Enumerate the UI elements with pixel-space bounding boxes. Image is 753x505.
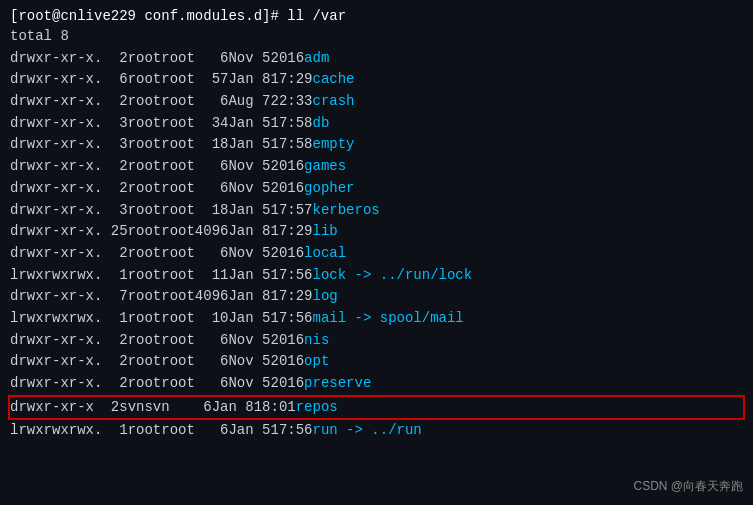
file-name: opt <box>304 351 329 373</box>
file-day: 5 <box>254 113 271 135</box>
file-group: root <box>161 308 195 330</box>
file-time: 17:56 <box>271 308 313 330</box>
file-size: 6 <box>178 397 212 419</box>
file-group: root <box>161 134 195 156</box>
file-group: root <box>161 420 195 442</box>
file-links: 1 <box>102 420 127 442</box>
file-size: 6 <box>195 91 229 113</box>
file-links: 2 <box>102 48 127 70</box>
file-perm: drwxr-xr-x. <box>10 178 102 200</box>
file-group: root <box>161 373 195 395</box>
file-links: 3 <box>102 113 127 135</box>
file-owner: root <box>128 134 162 156</box>
file-time: 17:58 <box>271 134 313 156</box>
file-time: 2016 <box>271 330 305 352</box>
file-day: 5 <box>254 243 271 265</box>
file-month: Nov <box>228 48 253 70</box>
file-links: 1 <box>102 265 127 287</box>
file-owner: root <box>128 351 162 373</box>
file-perm: drwxr-xr-x. <box>10 91 102 113</box>
file-perm: drwxr-xr-x. <box>10 113 102 135</box>
file-size: 18 <box>195 134 229 156</box>
file-day: 5 <box>254 330 271 352</box>
file-group: root <box>161 113 195 135</box>
file-day: 5 <box>254 308 271 330</box>
file-time: 17:57 <box>271 200 313 222</box>
file-month: Aug <box>228 91 253 113</box>
file-name: db <box>313 113 330 135</box>
file-perm: drwxr-xr-x. <box>10 330 102 352</box>
table-row: drwxr-xr-x. 2 root root 6 Nov 5 2016 opt <box>10 351 743 373</box>
file-perm: drwxr-xr-x. <box>10 286 102 308</box>
file-name: log <box>313 286 338 308</box>
file-listing: drwxr-xr-x. 2 root root 6 Nov 5 2016 adm… <box>10 48 743 442</box>
file-owner: root <box>128 330 162 352</box>
file-size: 4096 <box>195 286 229 308</box>
file-owner: root <box>128 243 162 265</box>
file-group: root <box>161 330 195 352</box>
file-time: 2016 <box>271 48 305 70</box>
table-row: drwxr-xr-x. 3 root root 18 Jan 5 17:57 k… <box>10 200 743 222</box>
file-perm: lrwxrwxrwx. <box>10 308 102 330</box>
file-month: Jan <box>228 286 253 308</box>
file-month: Jan <box>228 113 253 135</box>
file-name: run -> ../run <box>313 420 422 442</box>
file-time: 22:33 <box>271 91 313 113</box>
file-group: root <box>161 178 195 200</box>
file-owner: svn <box>119 397 144 419</box>
file-owner: root <box>128 156 162 178</box>
file-links: 2 <box>102 351 127 373</box>
file-links: 3 <box>102 134 127 156</box>
file-links: 2 <box>102 91 127 113</box>
file-group: root <box>161 286 195 308</box>
table-row: drwxr-xr-x. 3 root root 34 Jan 5 17:58 d… <box>10 113 743 135</box>
file-time: 17:29 <box>271 286 313 308</box>
file-size: 6 <box>195 373 229 395</box>
table-row: drwxr-xr-x. 2 root root 6 Nov 5 2016 loc… <box>10 243 743 265</box>
file-links: 3 <box>102 200 127 222</box>
file-time: 2016 <box>271 351 305 373</box>
file-day: 5 <box>254 373 271 395</box>
file-time: 2016 <box>271 373 305 395</box>
file-time: 2016 <box>271 156 305 178</box>
file-group: svn <box>144 397 178 419</box>
file-month: Jan <box>228 308 253 330</box>
prompt-line: [root@cnlive229 conf.modules.d]# ll /var <box>10 8 743 24</box>
file-name: lock -> ../run/lock <box>313 265 473 287</box>
file-month: Nov <box>228 351 253 373</box>
file-name: gopher <box>304 178 354 200</box>
watermark: CSDN @向春天奔跑 <box>633 478 743 495</box>
file-group: root <box>161 200 195 222</box>
file-perm: drwxr-xr-x. <box>10 243 102 265</box>
file-name: lib <box>313 221 338 243</box>
file-perm: drwxr-xr-x. <box>10 373 102 395</box>
file-name: adm <box>304 48 329 70</box>
table-row: drwxr-xr-x. 2 root root 6 Nov 5 2016 gam… <box>10 156 743 178</box>
file-name: games <box>304 156 346 178</box>
file-owner: root <box>128 113 162 135</box>
file-group: root <box>161 156 195 178</box>
file-group: root <box>161 48 195 70</box>
prompt-text: [root@cnlive229 conf.modules.d]# ll /var <box>10 8 346 24</box>
file-perm: drwxr-xr-x. <box>10 134 102 156</box>
file-perm: lrwxrwxrwx. <box>10 265 102 287</box>
table-row: drwxr-xr-x. 2 root root 6 Nov 5 2016 nis <box>10 330 743 352</box>
file-month: Nov <box>228 243 253 265</box>
file-size: 6 <box>195 243 229 265</box>
file-group: root <box>161 265 195 287</box>
file-owner: root <box>128 200 162 222</box>
file-month: Nov <box>228 178 253 200</box>
file-group: root <box>161 351 195 373</box>
file-group: root <box>161 91 195 113</box>
file-size: 10 <box>195 308 229 330</box>
file-links: 1 <box>102 308 127 330</box>
file-perm: drwxr-xr-x <box>10 397 94 419</box>
table-row: drwxr-xr-x. 2 root root 6 Aug 7 22:33 cr… <box>10 91 743 113</box>
table-row: lrwxrwxrwx. 1 root root 10 Jan 5 17:56 m… <box>10 308 743 330</box>
file-size: 6 <box>195 156 229 178</box>
file-month: Jan <box>228 221 253 243</box>
table-row: drwxr-xr-x. 2 root root 6 Nov 5 2016 pre… <box>10 373 743 395</box>
file-month: Jan <box>228 265 253 287</box>
file-owner: root <box>128 420 162 442</box>
file-links: 2 <box>102 243 127 265</box>
